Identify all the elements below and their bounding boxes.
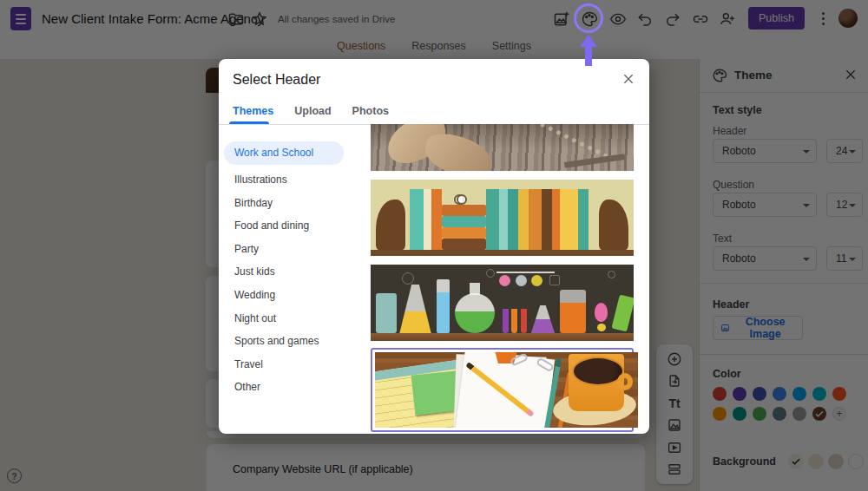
thumbnail-illustrated-bookshelf[interactable] — [371, 180, 634, 256]
thumbnail-desk-notepad-and-coffee-selected[interactable] — [371, 348, 634, 432]
tab-upload[interactable]: Upload — [294, 105, 331, 117]
theme-category-list: Work and School Illustrations Birthday F… — [224, 141, 361, 399]
tab-themes[interactable]: Themes — [233, 105, 273, 117]
google-forms-app: New Client Intake Form: Acme Agency All … — [0, 0, 868, 491]
dialog-title: Select Header — [233, 72, 320, 88]
thumbnail-autumn-leaves-on-wood[interactable] — [371, 124, 634, 171]
category-other[interactable]: Other — [224, 376, 361, 399]
close-dialog-icon[interactable] — [621, 72, 635, 86]
category-illustrations[interactable]: Illustrations — [224, 168, 361, 192]
category-sports-and-games[interactable]: Sports and games — [224, 330, 361, 353]
category-wedding[interactable]: Wedding — [224, 284, 361, 307]
annotation-circle-highlight — [574, 3, 603, 33]
category-birthday[interactable]: Birthday — [224, 192, 361, 215]
category-party[interactable]: Party — [224, 238, 361, 261]
tab-photos[interactable]: Photos — [352, 105, 389, 117]
category-night-out[interactable]: Night out — [224, 307, 361, 331]
dialog-tabs: Themes Upload Photos — [233, 105, 389, 117]
header-thumbnail-list — [371, 124, 634, 432]
category-food-and-dining[interactable]: Food and dining — [224, 214, 361, 238]
category-just-kids[interactable]: Just kids — [224, 260, 361, 284]
thumbnail-chemistry-lab-chalkboard[interactable] — [371, 265, 634, 341]
category-travel[interactable]: Travel — [224, 353, 361, 376]
category-work-and-school[interactable]: Work and School — [224, 141, 344, 165]
select-header-dialog: Select Header Themes Upload Photos Work … — [219, 59, 649, 434]
